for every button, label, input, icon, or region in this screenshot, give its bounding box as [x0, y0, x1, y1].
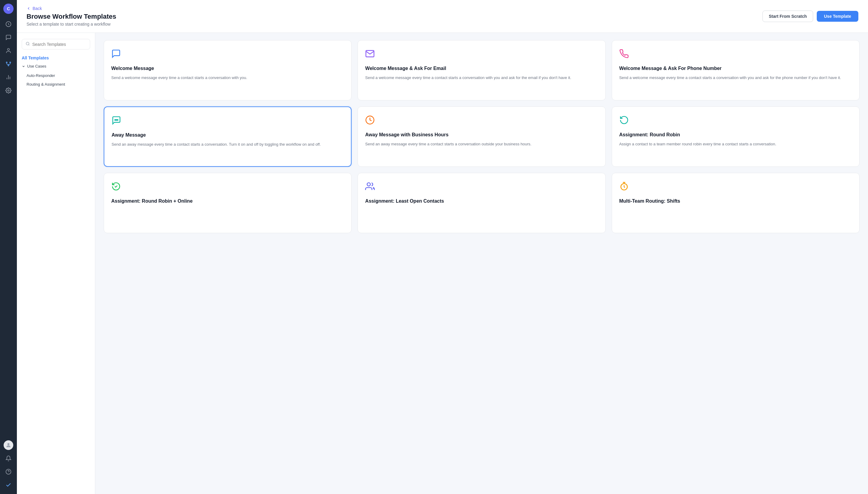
svg-point-9: [7, 443, 9, 445]
svg-point-14: [115, 119, 116, 120]
nav-icon-check[interactable]: [3, 479, 14, 490]
card-title: Assignment: Least Open Contacts: [365, 198, 598, 205]
nav-icon-workflows[interactable]: [3, 58, 14, 69]
sidebar: All Templates Use Cases Auto-ResponderRo…: [17, 33, 95, 494]
sidebar-sub-item[interactable]: Auto-Responder: [22, 72, 90, 80]
nav-icon-help[interactable]: [3, 466, 14, 477]
svg-point-4: [8, 65, 9, 66]
card-desc: Send an away message every time a contac…: [365, 141, 598, 148]
svg-line-13: [28, 45, 30, 45]
nav-icon-notifications[interactable]: [3, 453, 14, 464]
card-desc: Send a welcome message every time a cont…: [111, 75, 344, 81]
header-actions: Start From Scratch Use Template: [763, 11, 859, 22]
chat-icon: [111, 49, 344, 61]
template-card[interactable]: Away MessageSend an away message every t…: [104, 107, 351, 167]
svg-point-1: [7, 49, 9, 51]
template-card[interactable]: Assignment: Round RobinAssign a contact …: [612, 107, 860, 167]
search-icon: [26, 42, 30, 47]
all-templates-link[interactable]: All Templates: [22, 56, 90, 60]
svg-point-18: [367, 183, 370, 186]
svg-point-3: [9, 62, 11, 63]
use-cases-header[interactable]: Use Cases: [22, 64, 90, 69]
template-card[interactable]: Away Message with Business HoursSend an …: [358, 107, 605, 167]
card-desc: Send a welcome message every time a cont…: [365, 75, 598, 81]
svg-point-8: [8, 90, 9, 91]
card-desc: Assign a contact to a team member round …: [619, 141, 852, 148]
nav-icon-settings[interactable]: [3, 85, 14, 96]
rotate-icon: [619, 115, 852, 127]
page-title: Browse Workflow Templates: [26, 13, 116, 20]
template-card[interactable]: Welcome Message & Ask For Phone NumberSe…: [612, 40, 860, 100]
card-title: Assignment: Round Robin: [619, 132, 852, 138]
template-card[interactable]: Multi-Team Routing: Shifts: [612, 173, 860, 233]
template-card[interactable]: Assignment: Round Robin + Online: [104, 173, 351, 233]
sidebar-sub-item[interactable]: Routing & Assignment: [22, 80, 90, 88]
card-title: Assignment: Round Robin + Online: [111, 198, 344, 205]
nav-avatar[interactable]: C: [3, 4, 14, 14]
header-left: Back Browse Workflow Templates Select a …: [26, 6, 116, 26]
card-desc: Send an away message every time a contac…: [112, 141, 344, 148]
search-box[interactable]: [22, 39, 90, 50]
back-label: Back: [33, 6, 42, 11]
page-header: Back Browse Workflow Templates Select a …: [17, 0, 868, 33]
card-title: Away Message with Business Hours: [365, 132, 598, 138]
back-button[interactable]: Back: [26, 6, 116, 11]
use-template-button[interactable]: Use Template: [817, 11, 859, 22]
card-title: Welcome Message & Ask For Email: [365, 65, 598, 72]
svg-point-16: [117, 119, 118, 120]
start-from-scratch-button[interactable]: Start From Scratch: [763, 11, 813, 22]
templates-grid: Welcome MessageSend a welcome message ev…: [104, 40, 860, 233]
card-title: Welcome Message: [111, 65, 344, 72]
templates-area: Welcome MessageSend a welcome message ev…: [95, 33, 868, 494]
nav-icon-user-avatar[interactable]: [3, 440, 14, 451]
card-title: Welcome Message & Ask For Phone Number: [619, 65, 852, 72]
nav-icon-dashboard[interactable]: [3, 19, 14, 30]
svg-point-15: [116, 119, 117, 120]
svg-point-12: [26, 42, 29, 45]
nav-icon-chat[interactable]: [3, 32, 14, 43]
page-subtitle: Select a template to start creating a wo…: [26, 22, 116, 26]
check-rotate-icon: [111, 182, 344, 193]
clock-icon: [365, 115, 598, 127]
stopwatch-icon: [619, 182, 852, 193]
template-card[interactable]: Assignment: Least Open Contacts: [358, 173, 605, 233]
nav-icon-contacts[interactable]: [3, 45, 14, 56]
card-desc: Send a welcome message every time a cont…: [619, 75, 852, 81]
sidebar-sub-items: Auto-ResponderRouting & Assignment: [22, 72, 90, 88]
use-cases-label: Use Cases: [27, 64, 46, 69]
chat-dots-icon: [112, 115, 344, 127]
svg-point-2: [6, 62, 7, 63]
people-arrow-icon: [365, 182, 598, 193]
main-area: Back Browse Workflow Templates Select a …: [17, 0, 868, 494]
card-title: Away Message: [112, 132, 344, 138]
content-area: All Templates Use Cases Auto-ResponderRo…: [17, 33, 868, 494]
card-title: Multi-Team Routing: Shifts: [619, 198, 852, 205]
template-card[interactable]: Welcome Message & Ask For EmailSend a we…: [358, 40, 605, 100]
phone-icon: [619, 49, 852, 61]
nav-icon-reports[interactable]: [3, 72, 14, 83]
template-card[interactable]: Welcome MessageSend a welcome message ev…: [104, 40, 351, 100]
email-icon: [365, 49, 598, 61]
search-input[interactable]: [32, 42, 86, 47]
left-nav: C: [0, 0, 17, 494]
